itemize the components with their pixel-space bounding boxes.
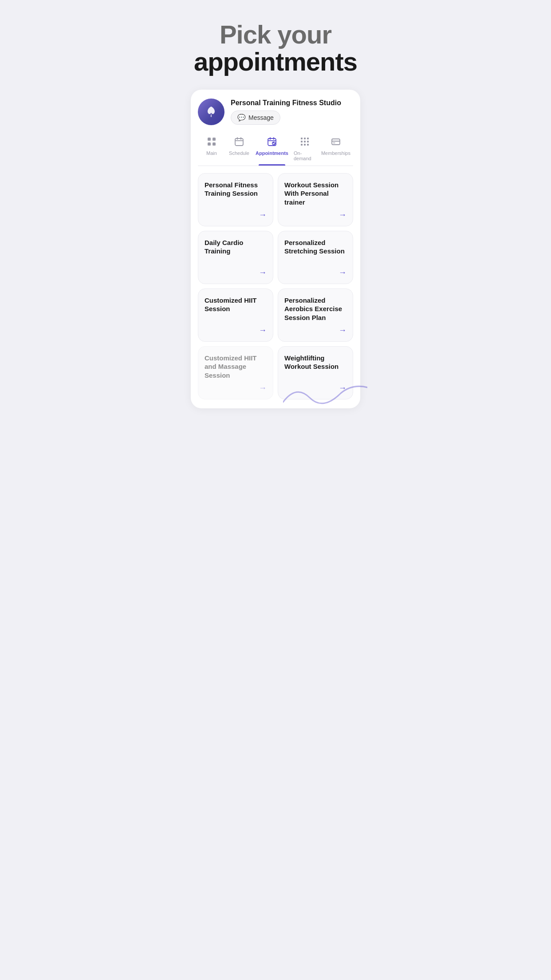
services-grid: Personal Fitness Training Session → Work… (198, 173, 353, 399)
page-container: Pick your appointments Personal Training… (184, 0, 367, 426)
tab-appointments[interactable]: Appointments (253, 133, 291, 166)
tab-memberships-label: Memberships (321, 150, 350, 156)
service-title: Daily Cardio Training (205, 238, 267, 256)
service-card-weightlifting[interactable]: Weightlifting Workout Session → (278, 346, 353, 399)
service-arrow: → (338, 268, 346, 277)
service-arrow: → (259, 383, 267, 393)
service-arrow: → (259, 268, 267, 277)
svg-rect-17 (304, 141, 306, 142)
hero-line2: appointments (194, 47, 357, 76)
tab-on-demand[interactable]: On-demand (291, 133, 319, 166)
service-title: Personalized Aerobics Exercise Session P… (284, 296, 346, 322)
memberships-tab-icon (331, 137, 341, 149)
service-card-personalized-aerobics[interactable]: Personalized Aerobics Exercise Session P… (278, 288, 353, 342)
svg-rect-3 (213, 142, 216, 146)
service-card-personal-fitness[interactable]: Personal Fitness Training Session → (198, 173, 273, 226)
service-card-personalized-stretching[interactable]: Personalized Stretching Session → (278, 231, 353, 284)
schedule-tab-icon (234, 137, 244, 149)
tab-schedule-label: Schedule (229, 150, 249, 156)
tab-main[interactable]: Main (198, 133, 225, 166)
tab-schedule[interactable]: Schedule (225, 133, 253, 166)
svg-rect-19 (301, 144, 303, 146)
svg-rect-18 (307, 141, 309, 142)
tab-on-demand-label: On-demand (294, 150, 316, 161)
svg-rect-13 (301, 138, 303, 139)
service-arrow: → (338, 326, 346, 335)
message-icon: 💬 (237, 114, 246, 122)
svg-rect-21 (307, 144, 309, 146)
svg-rect-1 (213, 138, 216, 141)
svg-rect-0 (208, 138, 211, 141)
message-button[interactable]: 💬 Message (231, 111, 280, 125)
main-tab-icon (207, 137, 216, 149)
svg-rect-20 (304, 144, 306, 146)
svg-rect-14 (304, 138, 306, 139)
studio-info: Personal Training Fitness Studio 💬 Messa… (231, 99, 341, 125)
service-arrow: → (338, 210, 346, 220)
service-arrow: → (338, 383, 346, 393)
service-title: Weightlifting Workout Session (284, 354, 346, 371)
studio-name: Personal Training Fitness Studio (231, 99, 341, 107)
service-card-customized-hiit[interactable]: Customized HIIT Session → (198, 288, 273, 342)
tab-appointments-label: Appointments (256, 150, 288, 156)
hero-line1: Pick your (220, 20, 331, 49)
hero-section: Pick your appointments (184, 0, 367, 90)
tab-main-label: Main (206, 150, 217, 156)
svg-rect-2 (208, 142, 211, 146)
svg-rect-16 (301, 141, 303, 142)
studio-header: Personal Training Fitness Studio 💬 Messa… (198, 99, 353, 125)
service-card-workout-personal-trainer[interactable]: Workout Session With Personal trainer → (278, 173, 353, 226)
tab-memberships[interactable]: Memberships (319, 133, 353, 166)
nav-tabs: Main Schedule (198, 133, 353, 166)
service-card-customized-hiit-massage[interactable]: Customized HIIT and Massage Session → (198, 346, 273, 399)
studio-logo (198, 99, 224, 125)
service-title: Personal Fitness Training Session (205, 181, 267, 198)
main-card: Personal Training Fitness Studio 💬 Messa… (191, 90, 360, 408)
on-demand-tab-icon (300, 137, 310, 149)
service-title: Customized HIIT and Massage Session (205, 354, 267, 380)
appointments-tab-icon (267, 137, 277, 149)
service-arrow: → (259, 210, 267, 220)
service-card-daily-cardio[interactable]: Daily Cardio Training → (198, 231, 273, 284)
service-title: Workout Session With Personal trainer (284, 181, 346, 207)
svg-rect-4 (235, 138, 243, 146)
studio-logo-icon (203, 104, 219, 120)
service-title: Customized HIIT Session (205, 296, 267, 313)
service-title: Personalized Stretching Session (284, 238, 346, 256)
service-arrow: → (259, 326, 267, 335)
message-btn-label: Message (248, 114, 274, 121)
svg-rect-15 (307, 138, 309, 139)
svg-rect-22 (332, 139, 340, 145)
